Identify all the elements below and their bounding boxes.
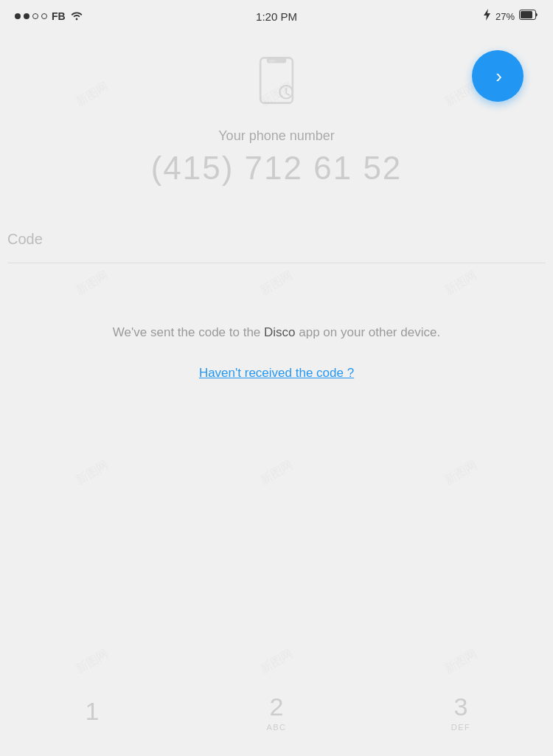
- pad-key-2[interactable]: 2 ABC: [184, 667, 369, 756]
- svg-rect-4: [269, 60, 276, 63]
- pad-digit-1: 1: [86, 697, 100, 726]
- watermark-9: 新图网: [334, 344, 553, 600]
- phone-verification-icon: [251, 55, 302, 106]
- phone-number-label: Your phone number: [0, 128, 553, 144]
- signal-dot-3: [32, 13, 38, 19]
- next-button[interactable]: ›: [472, 50, 524, 102]
- app-link: Disco: [264, 325, 296, 339]
- status-right: 27%: [484, 9, 538, 24]
- pad-letters-2: ABC: [266, 723, 286, 732]
- wifi-icon: [70, 10, 83, 23]
- phone-section: Your phone number (415) 712 61 52: [0, 128, 553, 187]
- info-text-line1: We've sent the code to the: [113, 325, 264, 339]
- next-arrow-icon: ›: [495, 65, 502, 88]
- battery-icon-shape: [519, 10, 538, 23]
- resend-link-container[interactable]: Haven't received the code ?: [0, 366, 553, 381]
- code-label: Code: [7, 231, 546, 248]
- phone-icon-container: [0, 32, 553, 106]
- svg-rect-2: [260, 58, 293, 103]
- pad-key-3[interactable]: 3 DEF: [369, 667, 553, 756]
- status-left: FB: [15, 10, 83, 23]
- watermark-8: 新图网: [150, 344, 404, 600]
- resend-code-link[interactable]: Haven't received the code ?: [199, 366, 354, 380]
- signal-dot-1: [15, 13, 21, 19]
- pad-letters-3: DEF: [451, 723, 471, 732]
- signal-dot-2: [24, 13, 29, 19]
- watermark-7: 新图网: [0, 344, 219, 600]
- status-bar: FB 1:20 PM 27%: [0, 0, 553, 32]
- phone-number-value: (415) 712 61 52: [0, 150, 553, 187]
- info-text-line2: app on your other device.: [296, 325, 441, 339]
- pad-digit-2: 2: [270, 693, 284, 721]
- signal-dots: [15, 13, 47, 19]
- signal-dot-4: [41, 13, 47, 19]
- pad-key-1[interactable]: 1: [0, 667, 184, 756]
- code-section: Code: [0, 231, 553, 263]
- status-time: 1:20 PM: [256, 10, 297, 23]
- info-text: We've sent the code to the Disco app on …: [0, 322, 553, 344]
- battery-label: 27%: [495, 11, 515, 22]
- carrier-label: FB: [52, 10, 66, 22]
- svg-rect-1: [521, 11, 532, 18]
- code-input-underline: [7, 263, 546, 263]
- number-pad: 1 2 ABC 3 DEF: [0, 667, 553, 756]
- pad-digit-3: 3: [454, 693, 468, 721]
- lightning-icon: [484, 9, 491, 24]
